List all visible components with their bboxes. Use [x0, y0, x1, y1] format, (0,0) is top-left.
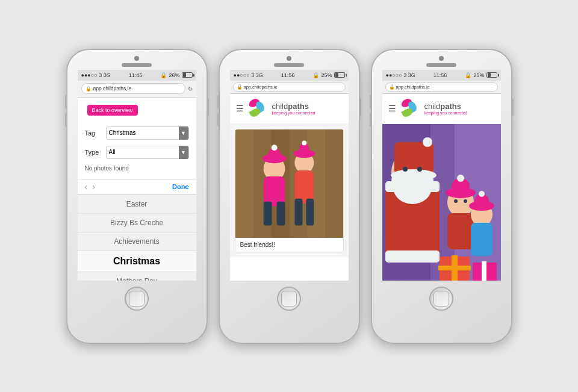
tag-value: Christmas: [109, 129, 136, 136]
logo-name-row: child paths: [272, 102, 315, 111]
url-text-2: app.childpaths.ie: [244, 84, 278, 90]
status-right-3: 🔒 25%: [465, 72, 497, 78]
svg-rect-42: [438, 266, 471, 270]
svg-point-30: [423, 137, 432, 147]
photo-caption: Best friends!!: [235, 238, 343, 252]
status-bar-2: ●●○○○ 3 3G 11:56 🔒 25%: [230, 70, 349, 81]
speaker-3: [426, 63, 456, 67]
back-to-overview-button[interactable]: Back to overview: [87, 105, 138, 116]
lock-icon-3: 🔒: [389, 84, 395, 90]
phone-1: ●●●○○ 3 3G 11:46 🔒 26% 🔒 app.childpaths.…: [66, 49, 208, 344]
time-2: 11:56: [281, 72, 295, 78]
logo-child-3: child: [424, 102, 441, 111]
phone-3: ●●○○○ 3 3G 11:56 🔒 25% 🔒 app.childpaths.…: [371, 49, 512, 344]
camera-3: [439, 56, 444, 61]
logo-text-3: child paths keeping you connected: [424, 102, 468, 115]
svg-rect-7: [276, 201, 285, 225]
dropdown-item-bizzy[interactable]: Bizzy Bs Creche: [78, 214, 196, 232]
camera: [134, 56, 139, 61]
svg-point-32: [417, 167, 422, 172]
address-bar-1: 🔒 app.childpaths.ie ↻: [78, 81, 196, 98]
vol-down-button: [65, 113, 67, 126]
logo-name-row-3: child paths: [424, 102, 468, 111]
battery-percent: 🔒: [160, 72, 167, 78]
dropdown-item-achievements[interactable]: Achievements: [78, 232, 196, 251]
santa-photo: [382, 124, 501, 281]
vol-up-button: [65, 95, 67, 108]
photo-svg-2: [235, 129, 343, 238]
svg-point-49: [479, 191, 485, 197]
santa-svg: [382, 124, 501, 281]
time-display: 11:46: [129, 72, 143, 78]
type-select[interactable]: All ▼: [106, 146, 189, 159]
lock-2: 🔒: [312, 72, 319, 78]
speaker: [122, 63, 152, 67]
reload-button[interactable]: ↻: [188, 86, 193, 92]
logo-paths-3: paths: [440, 102, 461, 111]
battery-fill: [183, 73, 186, 77]
svg-point-17: [302, 140, 306, 145]
back-btn-wrapper: Back to overview: [78, 98, 196, 123]
address-bar-3: 🔒 app.childpaths.ie: [382, 81, 501, 94]
battery-text: 26%: [169, 72, 179, 78]
url-bar-3[interactable]: 🔒 app.childpaths.ie: [385, 82, 498, 92]
speaker-2: [274, 63, 304, 67]
santa-photo-content: [382, 124, 501, 281]
tag-select-arrow: ▼: [179, 126, 188, 140]
pagination-bar: ‹ › Done: [78, 179, 196, 194]
dropdown-list: Easter Bizzy Bs Creche Achievements Chri…: [78, 194, 196, 281]
type-filter-row: Type All ▼: [85, 146, 189, 159]
camera-2: [287, 56, 291, 61]
tag-filter-row: Tag Christmas ▼: [85, 126, 189, 140]
battery-fill-2: [335, 73, 338, 77]
svg-point-38: [454, 199, 458, 203]
svg-rect-34: [447, 213, 474, 249]
app-header-3: ☰ child paths keeping you connected: [382, 94, 501, 124]
done-button[interactable]: Done: [172, 183, 189, 190]
svg-point-37: [457, 175, 464, 182]
vol-down-2: [217, 113, 220, 126]
home-button-1[interactable]: [125, 287, 149, 311]
phone-3-screen: ●●○○○ 3 3G 11:56 🔒 25% 🔒 app.childpaths.…: [382, 70, 501, 281]
childpaths-logo-2: child paths keeping you connected: [249, 98, 315, 119]
lock-3: 🔒: [465, 72, 471, 78]
hamburger-menu-2[interactable]: ☰: [236, 104, 244, 113]
svg-point-31: [403, 167, 408, 172]
svg-rect-12: [294, 170, 314, 204]
lock-icon: 🔒: [85, 86, 92, 92]
svg-point-39: [464, 199, 467, 203]
battery-icon-2: [334, 72, 345, 78]
filter-section: Tag Christmas ▼ Type All ▼ No photos fou…: [78, 123, 196, 179]
home-button-2[interactable]: [277, 287, 301, 311]
vol-up-3: [370, 95, 372, 108]
svg-point-29: [391, 169, 437, 181]
dropdown-item-easter[interactable]: Easter: [78, 195, 196, 214]
prev-arrow[interactable]: ‹: [85, 182, 88, 191]
home-button-inner: [129, 291, 144, 306]
status-bar-3: ●●○○○ 3 3G 11:56 🔒 25%: [382, 70, 501, 81]
hamburger-menu-3[interactable]: ☰: [388, 104, 396, 113]
url-text-3: app.childpaths.ie: [396, 84, 430, 90]
vol-down-3: [370, 113, 372, 126]
dropdown-item-christmas[interactable]: Christmas: [78, 251, 196, 272]
url-bar-1[interactable]: 🔒 app.childpaths.ie: [81, 83, 185, 94]
url-bar-2[interactable]: 🔒 app.childpaths.ie: [233, 82, 346, 92]
home-button-3[interactable]: [429, 287, 453, 311]
no-photos-text: No photos found: [85, 165, 189, 172]
battery-3: 25%: [473, 72, 484, 78]
home-button-inner-2: [281, 291, 297, 306]
home-button-inner-3: [434, 291, 449, 306]
app-header-2: ☰ child paths keeping you connected: [230, 94, 349, 124]
status-left: ●●●○○ 3 3G: [81, 72, 111, 78]
signal-strength: ●●●○○ 3 3G: [81, 72, 111, 78]
logo-paths-2: paths: [288, 102, 309, 111]
signal-2: ●●○○○ 3 3G: [234, 72, 263, 78]
photo-card-2: ✕: [235, 129, 344, 252]
svg-rect-44: [482, 261, 486, 281]
battery-icon-3: [486, 72, 497, 78]
next-arrow[interactable]: ›: [92, 182, 95, 191]
url-text: app.childpaths.ie: [93, 86, 132, 92]
dropdown-item-mothers-day[interactable]: Mothers Day: [78, 272, 196, 281]
tag-select[interactable]: Christmas ▼: [106, 126, 189, 140]
power-button-3: [511, 98, 514, 116]
